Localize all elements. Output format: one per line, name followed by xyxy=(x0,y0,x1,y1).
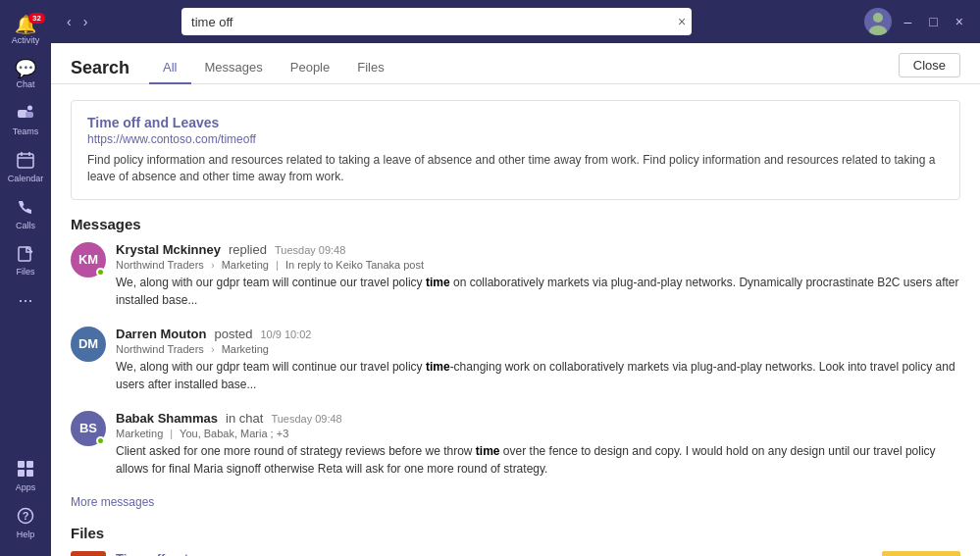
search-input[interactable] xyxy=(181,8,692,35)
message-time: 10/9 10:02 xyxy=(261,329,312,340)
top-result-card: Time off and Leaves https://www.contoso.… xyxy=(71,100,960,200)
highlight: time xyxy=(426,360,450,374)
msg-reply-context: In reply to Keiko Tanaka post xyxy=(285,259,424,271)
search-title: Search xyxy=(71,58,129,78)
message-sub: Northwind Traders › Marketing xyxy=(116,343,960,355)
svg-point-1 xyxy=(27,105,32,110)
highlight: time xyxy=(476,444,500,458)
file-body: Time off.pptx Northwind Traders › Market… xyxy=(116,551,872,556)
message-action: replied xyxy=(229,242,267,257)
activity-badge: 32 xyxy=(28,13,45,24)
message-header: Krystal Mckinney replied Tuesday 09:48 xyxy=(116,242,960,257)
message-body: Babak Shammas in chat Tuesday 09:48 Mark… xyxy=(116,411,960,478)
more-icon: ··· xyxy=(18,291,32,309)
sidebar-item-help[interactable]: ? Help xyxy=(0,499,51,546)
apps-icon xyxy=(17,460,34,480)
avatar: BS xyxy=(71,411,106,446)
svg-rect-3 xyxy=(18,154,33,168)
topbar: ‹ › × – □ × xyxy=(51,0,980,43)
tab-messages[interactable]: Messages xyxy=(191,54,277,84)
file-item: PPTX Time off.pptx Northwind Traders › M… xyxy=(71,551,960,556)
sidebar-label-help: Help xyxy=(17,531,35,540)
help-icon: ? xyxy=(17,507,34,528)
search-results: Time off and Leaves https://www.contoso.… xyxy=(51,84,980,556)
forward-button[interactable]: › xyxy=(79,12,92,31)
message-sub: Marketing | You, Babak, Maria ; +3 xyxy=(116,428,960,439)
main-area: ‹ › × – □ × Search All Messages People F… xyxy=(51,0,980,556)
top-result-description: Find policy information and resources re… xyxy=(87,152,944,185)
msg-reply-context: You, Babak, Maria ; +3 xyxy=(180,428,288,439)
sidebar-item-teams[interactable]: Teams xyxy=(0,96,51,143)
message-text[interactable]: We, along with our gdpr team will contin… xyxy=(116,358,960,393)
msg-org: Marketing xyxy=(116,428,163,439)
svg-rect-11 xyxy=(26,470,33,477)
svg-rect-16 xyxy=(75,552,102,556)
file-type-icon: PPTX xyxy=(71,551,106,556)
sidebar-item-more[interactable]: ··· xyxy=(0,283,51,318)
message-text[interactable]: Client asked for one more round of strat… xyxy=(116,442,960,478)
files-section-title: Files xyxy=(71,525,960,541)
file-thumbnail xyxy=(882,551,960,556)
top-result-url[interactable]: https://www.contoso.com/timeoff xyxy=(87,132,944,146)
maximize-button[interactable]: □ xyxy=(924,12,942,31)
svg-rect-2 xyxy=(26,112,33,118)
message-sub: Northwind Traders › Marketing | In reply… xyxy=(116,259,960,271)
search-tabs: All Messages People Files xyxy=(149,53,398,83)
svg-rect-18 xyxy=(882,551,960,556)
file-name[interactable]: Time off.pptx xyxy=(116,551,872,556)
svg-point-15 xyxy=(869,25,887,35)
message-author: Krystal Mckinney xyxy=(116,242,221,257)
svg-point-14 xyxy=(873,13,883,23)
sidebar-label-teams: Teams xyxy=(13,127,39,137)
sidebar-label-calls: Calls xyxy=(16,222,35,231)
minimize-button[interactable]: – xyxy=(900,12,917,31)
message-body: Krystal Mckinney replied Tuesday 09:48 N… xyxy=(116,242,960,309)
nav-arrows: ‹ › xyxy=(63,12,91,31)
back-button[interactable]: ‹ xyxy=(63,12,76,31)
msg-dept: Marketing xyxy=(222,343,269,355)
message-action: in chat xyxy=(226,411,263,426)
calendar-icon xyxy=(17,151,34,172)
svg-rect-9 xyxy=(26,461,33,468)
sidebar-item-calls[interactable]: Calls xyxy=(0,190,51,237)
more-messages-link[interactable]: More messages xyxy=(71,495,960,509)
message-header: Darren Mouton posted 10/9 10:02 xyxy=(116,327,960,341)
search-clear-button[interactable]: × xyxy=(678,15,686,28)
msg-dept: Marketing xyxy=(222,259,269,271)
close-search-button[interactable]: Close xyxy=(899,53,960,77)
top-result-title[interactable]: Time off and Leaves xyxy=(87,115,944,130)
sidebar-label-chat: Chat xyxy=(16,80,34,90)
messages-section-title: Messages xyxy=(71,216,960,232)
sidebar-label-apps: Apps xyxy=(16,483,36,493)
tab-all[interactable]: All xyxy=(149,54,190,84)
sidebar-item-chat[interactable]: 💬 Chat xyxy=(0,52,51,96)
svg-rect-10 xyxy=(18,470,25,477)
avatar: KM xyxy=(71,242,106,278)
files-icon xyxy=(17,244,34,265)
tab-people[interactable]: People xyxy=(277,54,343,84)
sidebar-item-activity[interactable]: 🔔 Activity 32 xyxy=(0,8,51,52)
message-item: KM Krystal Mckinney replied Tuesday 09:4… xyxy=(71,242,960,309)
avatar: DM xyxy=(71,327,106,362)
calls-icon xyxy=(17,198,34,219)
message-body: Darren Mouton posted 10/9 10:02 Northwin… xyxy=(116,327,960,393)
sidebar-item-files[interactable]: Files xyxy=(0,236,51,283)
sidebar-item-apps[interactable]: Apps xyxy=(0,452,51,499)
message-text[interactable]: We, along with our gdpr team will contin… xyxy=(116,274,960,309)
topbar-right: – □ × xyxy=(864,8,968,35)
message-header: Babak Shammas in chat Tuesday 09:48 xyxy=(116,411,960,426)
tab-files[interactable]: Files xyxy=(343,54,397,84)
chat-icon: 💬 xyxy=(15,60,36,77)
window-close-button[interactable]: × xyxy=(951,12,968,31)
search-bar-wrapper: × xyxy=(181,8,692,35)
user-avatar[interactable] xyxy=(864,8,892,35)
sidebar: 🔔 Activity 32 💬 Chat Teams Calendar Call… xyxy=(0,0,51,556)
message-time: Tuesday 09:48 xyxy=(271,413,341,425)
svg-rect-8 xyxy=(18,461,25,468)
sidebar-label-activity: Activity xyxy=(12,36,40,46)
highlight: time xyxy=(426,276,450,289)
message-author: Darren Mouton xyxy=(116,327,206,341)
sidebar-item-calendar[interactable]: Calendar xyxy=(0,143,51,190)
message-time: Tuesday 09:48 xyxy=(275,244,345,256)
teams-icon xyxy=(17,104,34,125)
